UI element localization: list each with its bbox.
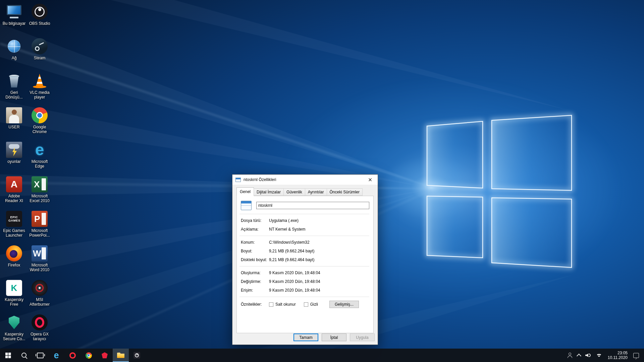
desktop-icon-image <box>6 38 22 54</box>
desktop-icon-image <box>32 38 48 54</box>
desktop-icon-image <box>6 314 22 330</box>
desktop-icon-label: Google Chrome <box>27 125 52 134</box>
file-explorer-icon <box>117 353 124 358</box>
desktop-icon-firefox[interactable]: Firefox <box>1 244 27 278</box>
field-degistirme: Değiştirme: 9 Kasım 2020 Dün, 19:48:04 <box>239 279 369 284</box>
readonly-checkbox-label: Salt okunur <box>275 302 296 307</box>
field-value: 9,21 MB (9.662.464 bayt) <box>269 257 314 262</box>
desktop-icon-powerpoint[interactable]: P Microsoft PowerPoi... <box>27 209 52 244</box>
desktop-icon-obs-studio[interactable]: OBS Studio <box>27 2 52 37</box>
hidden-checkbox-label: Gizli <box>310 302 318 307</box>
desktop-icon-label: Geri Dönüşü... <box>1 90 27 100</box>
taskbar-file-explorer[interactable] <box>113 349 129 362</box>
desktop-icon-image <box>6 4 22 20</box>
desktop-icon-image: A <box>6 176 22 192</box>
desktop-icon-epic-games[interactable]: EPIC GAMES Epic Games Launcher <box>1 209 27 244</box>
field-olusturma: Oluşturma: 9 Kasım 2020 Dün, 19:48:04 <box>239 270 369 276</box>
taskbar-clock[interactable]: 23:05 10.11.2020 <box>604 351 631 360</box>
desktop-icon-recycle-bin[interactable]: Geri Dönüşü... <box>1 71 27 106</box>
desktop-icon-image <box>6 107 22 123</box>
field-value: C:\Windows\System32 <box>269 240 310 245</box>
cancel-button[interactable]: İptal <box>322 334 346 341</box>
clock-date: 10.11.2020 <box>608 355 628 360</box>
ok-button[interactable]: Tamam <box>293 334 318 341</box>
properties-dialog: ntoskrnl Özellikleri Genel Dijital İmzal… <box>232 174 378 345</box>
tab-genel[interactable]: Genel <box>236 187 254 196</box>
field-boyut: Boyut: 9,21 MB (9.662.264 bayt) <box>239 248 369 254</box>
network-button[interactable] <box>594 349 604 362</box>
desktop-icon-edge[interactable]: e Microsoft Edge <box>27 140 52 175</box>
desktop-icon-image: P <box>32 211 48 227</box>
obs-icon <box>133 352 140 359</box>
field-value: 9 Kasım 2020 Dün, 19:48:04 <box>269 288 320 293</box>
desktop-icon-adobe-reader[interactable]: A Adobe Reader XI <box>1 175 27 209</box>
desktop-icon-chrome[interactable]: Google Chrome <box>27 106 52 140</box>
desktop-icon-image: W <box>32 245 48 261</box>
desktop-icon-network[interactable]: Ağ <box>1 37 27 71</box>
taskbar-obs[interactable] <box>129 349 145 362</box>
tab-onceki-surumler[interactable]: Önceki Sürümler <box>327 188 363 196</box>
desktop-icon-image <box>32 107 48 123</box>
network-icon <box>596 353 602 358</box>
desktop-icon-label: Microsoft Excel 2010 <box>27 194 52 203</box>
desktop-icon-image <box>32 314 48 330</box>
taskbar-opera[interactable] <box>64 349 80 362</box>
action-center-button[interactable] <box>631 349 641 362</box>
app-window-icon <box>235 178 241 182</box>
desktop-icon-image <box>32 4 48 20</box>
taskbar-chrome[interactable] <box>80 349 97 362</box>
tray-overflow-button[interactable] <box>575 349 583 362</box>
field-konum: Konum: C:\Windows\System32 <box>239 240 369 245</box>
desktop-icon-word[interactable]: W Microsoft Word 2010 <box>27 244 52 278</box>
desktop-icon-image <box>6 142 22 158</box>
desktop-icon-games-folder[interactable]: oyunlar <box>1 140 27 175</box>
separator <box>239 236 369 236</box>
tab-ayrintilar[interactable]: Ayrıntılar <box>305 188 327 196</box>
taskbar-red-app[interactable] <box>97 349 113 362</box>
hidden-checkbox[interactable] <box>304 302 308 307</box>
people-button[interactable] <box>565 349 575 362</box>
start-button[interactable] <box>0 349 16 362</box>
field-label: Boyut: <box>241 248 269 254</box>
task-view-icon <box>37 353 44 358</box>
desktop-icon-opera-gx[interactable]: Opera GX tarayıcı <box>27 313 52 347</box>
desktop-icon-excel[interactable]: X Microsoft Excel 2010 <box>27 175 52 209</box>
desktop-icon-this-pc[interactable]: Bu bilgisayar <box>1 2 27 37</box>
dialog-titlebar[interactable]: ntoskrnl Özellikleri <box>232 175 378 185</box>
tab-guvenlik[interactable]: Güvenlik <box>283 188 305 196</box>
apply-button[interactable]: Uygula <box>350 334 375 341</box>
readonly-checkbox[interactable] <box>269 302 273 307</box>
field-label: Değiştirme: <box>241 279 269 284</box>
desktop-icon-label: Microsoft Word 2010 <box>27 263 52 272</box>
desktop-icon-kaspersky-free[interactable]: K Kaspersky Free <box>1 278 27 313</box>
task-view-button[interactable] <box>32 349 48 362</box>
taskbar-edge[interactable]: e <box>48 349 64 362</box>
desktop-icon-user[interactable]: USER <box>1 106 27 140</box>
desktop-icon-vlc[interactable]: VLC media player <box>27 71 52 106</box>
separator <box>239 214 369 214</box>
desktop-icon-steam[interactable]: Steam <box>27 37 52 71</box>
close-button[interactable] <box>363 175 378 185</box>
clock-time: 23:05 <box>618 351 628 355</box>
taskbar: e <box>0 349 644 362</box>
filename-input[interactable] <box>256 202 369 209</box>
search-button[interactable] <box>16 349 32 362</box>
tab-dijital-imzalar[interactable]: Dijital İmzalar <box>254 188 284 196</box>
system-tray: 23:05 10.11.2020 <box>565 349 644 362</box>
tab-strip: Genel Dijital İmzalar Güvenlik Ayrıntıla… <box>232 185 378 196</box>
volume-icon <box>585 353 591 358</box>
desktop-icon-msi-afterburner[interactable]: MSI Afterburner <box>27 278 52 313</box>
icon-glyph: K <box>11 283 17 293</box>
field-diskteki-boyut: Diskteki boyut: 9,21 MB (9.662.464 bayt) <box>239 257 369 262</box>
field-label: Dosya türü: <box>241 218 269 223</box>
field-label: Açıklama: <box>241 227 269 232</box>
desktop-icon-kaspersky-secure[interactable]: Kaspersky Secure Co... <box>1 313 27 347</box>
icon-glyph: W <box>33 248 41 259</box>
field-dosya-turu: Dosya türü: Uygulama (.exe) <box>239 218 369 223</box>
advanced-button[interactable]: Gelişmiş... <box>329 301 359 308</box>
desktop-icon-label: Firefox <box>8 263 20 267</box>
filename-row <box>239 201 369 210</box>
field-value: 9 Kasım 2020 Dün, 19:48:04 <box>269 270 320 276</box>
opera-icon <box>69 352 76 359</box>
volume-button[interactable] <box>583 349 594 362</box>
